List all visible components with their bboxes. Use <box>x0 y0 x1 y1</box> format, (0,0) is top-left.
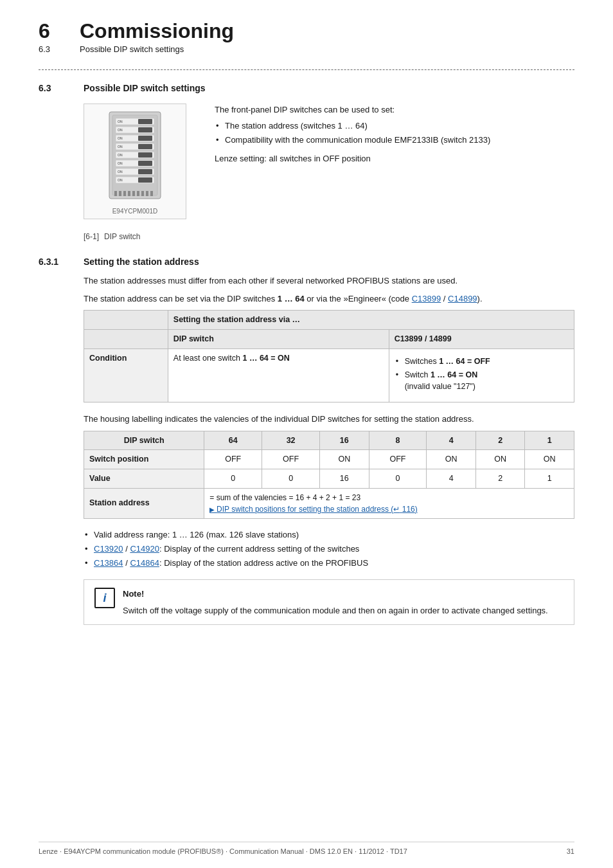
table1-bullet-2: Switch 1 … 64 = ON(invalid value "127") <box>395 370 569 392</box>
svg-rect-23 <box>138 152 152 158</box>
chapter-name: Commissioning <box>80 19 234 43</box>
value-row: Value 0 0 16 0 4 2 1 <box>84 469 574 489</box>
station-formula: = sum of the valencies = 16 + 4 + 2 + 1 … <box>209 492 569 503</box>
station-address-link-page: 116 <box>402 505 415 514</box>
valency-table: DIP switch 64 32 16 8 4 2 1 Switch posit… <box>84 431 574 519</box>
para-2-switches: 1 … 64 <box>278 294 305 303</box>
section-6-3-title: Possible DIP switch settings <box>84 83 206 93</box>
valency-header-row: DIP switch 64 32 16 8 4 2 1 <box>84 431 574 450</box>
page-footer: Lenze · E94AYCPM communication module (P… <box>39 842 574 855</box>
svg-text:ON: ON <box>118 161 123 165</box>
valency-col-dip: DIP switch <box>84 431 204 450</box>
svg-text:ON: ON <box>118 136 123 140</box>
bullet2-2: C13920 / C14920: Display of the current … <box>84 543 574 555</box>
svg-text:ON: ON <box>118 128 123 132</box>
page-header: 6 Commissioning 6.3 Possible DIP switch … <box>39 19 574 60</box>
section-6-3: 6.3 Possible DIP switch settings <box>39 83 574 241</box>
station-address-link-text: DIP switch positions for setting the sta… <box>217 505 389 514</box>
chapter-number: 6 <box>39 19 64 43</box>
valency-col-32: 32 <box>262 431 320 450</box>
station-address-value: = sum of the valencies = 16 + 4 + 2 + 1 … <box>204 488 574 518</box>
link-c13864[interactable]: C13864 <box>94 558 123 568</box>
station-address-row: Station address = sum of the valencies =… <box>84 488 574 518</box>
sp-16: ON <box>320 450 369 469</box>
val-8: 0 <box>369 469 427 489</box>
bullet2-3-after: : Display of the station address active … <box>159 558 368 568</box>
sub-section-number: 6.3 <box>39 44 64 54</box>
value-label: Value <box>84 469 204 489</box>
bullet2-1: Valid address range: 1 … 126 (max. 126 s… <box>84 529 574 541</box>
bullet2-2-after: : Display of the current address setting… <box>159 544 359 554</box>
svg-text:ON: ON <box>118 145 123 149</box>
sp-8: OFF <box>369 450 427 469</box>
svg-rect-6 <box>132 191 135 196</box>
bullet2-3: C13864 / C14864: Display of the station … <box>84 557 574 569</box>
para-3: The housing labelling indicates the vale… <box>84 413 574 426</box>
table1-bold: 1 … 64 = ON <box>243 354 290 363</box>
val-64: 0 <box>204 469 262 489</box>
bullet2-2-slash: / <box>123 544 130 554</box>
table1-row-val1: At least one switch 1 … 64 = ON <box>168 348 389 402</box>
image-caption: E94YCPM001D <box>112 208 158 215</box>
figure-label-number: [6-1] <box>84 232 99 241</box>
table1-val1-text: At least one switch 1 … 64 = ON <box>173 354 290 363</box>
table1-empty-header <box>84 311 168 330</box>
table1-row-val2: Switches 1 … 64 = OFF Switch 1 … 64 = ON… <box>389 348 574 402</box>
section-6-3-1: 6.3.1 Setting the station address The st… <box>39 257 574 625</box>
footer-left: Lenze · E94AYCPM communication module (P… <box>39 847 407 855</box>
note-box: i Note! Switch off the voltage supply of… <box>84 579 574 625</box>
para-3-after: address. <box>442 414 474 424</box>
dip-switch-svg: ON ON ON ON ON ON ON ON <box>103 109 167 205</box>
figure-label-desc: DIP switch <box>104 232 140 241</box>
section-6-3-number: 6.3 <box>39 83 71 93</box>
intro-text-block: The front-panel DIP switches can be used… <box>215 104 574 219</box>
val-16: 16 <box>320 469 369 489</box>
sp-2: ON <box>475 450 524 469</box>
sub-section-title: Possible DIP switch settings <box>80 44 184 54</box>
para-2-before: The station address can be set via the D… <box>84 294 278 303</box>
b1: 1 … 64 = OFF <box>439 357 490 366</box>
bullet-1: The station address (switches 1 … 64) <box>215 120 574 132</box>
para-2-middle: or via the »Engineer« (code <box>305 294 412 303</box>
link-c13920[interactable]: C13920 <box>94 544 123 554</box>
subsection-number: 6.3.1 <box>39 257 71 267</box>
para-3-before: The housing labelling indicates the vale… <box>84 414 440 424</box>
link-c14899[interactable]: C14899 <box>448 294 477 303</box>
section-heading-6-3: 6.3 Possible DIP switch settings <box>39 83 574 93</box>
para-2-slash: / <box>441 294 448 303</box>
svg-rect-19 <box>138 119 152 124</box>
val-2: 2 <box>475 469 524 489</box>
link-c13899[interactable]: C13899 <box>412 294 441 303</box>
subsection-title: Setting the station address <box>84 257 199 267</box>
svg-text:ON: ON <box>118 153 123 157</box>
valency-col-2: 2 <box>475 431 524 450</box>
svg-rect-8 <box>141 191 144 196</box>
para-2: The station address can be set via the D… <box>84 293 574 305</box>
link-c14920[interactable]: C14920 <box>130 544 159 554</box>
svg-rect-3 <box>119 191 121 196</box>
valency-col-8: 8 <box>369 431 427 450</box>
page: 6 Commissioning 6.3 Possible DIP switch … <box>0 0 613 868</box>
valency-col-16: 16 <box>320 431 369 450</box>
bullet-list-2: Valid address range: 1 … 126 (max. 126 s… <box>84 529 574 570</box>
figure-label: [6-1] DIP switch <box>84 232 574 241</box>
intro-bullet-list: The station address (switches 1 … 64) Co… <box>215 120 574 146</box>
dip-image: ON ON ON ON ON ON ON ON E94YCPM001D <box>84 104 186 219</box>
note-text: Switch off the voltage supply of the com… <box>123 604 548 617</box>
svg-text:ON: ON <box>118 178 123 182</box>
footer-right: 31 <box>567 847 574 855</box>
table1-bullet-1: Switches 1 … 64 = OFF <box>395 356 569 368</box>
sp-4: ON <box>427 450 475 469</box>
svg-text:ON: ON <box>118 170 123 174</box>
note-content: Note! Switch off the voltage supply of t… <box>123 588 548 617</box>
valency-col-1: 1 <box>525 431 574 450</box>
station-address-link[interactable]: DIP switch positions for setting the sta… <box>209 505 417 514</box>
table1-row-condition: Condition At least one switch 1 … 64 = O… <box>84 348 574 402</box>
svg-rect-2 <box>114 191 117 196</box>
sub-header-row: 6.3 Possible DIP switch settings <box>39 44 574 54</box>
note-title: Note! <box>123 588 548 601</box>
valency-col-4: 4 <box>427 431 475 450</box>
link-c14864[interactable]: C14864 <box>130 558 159 568</box>
sp-32: OFF <box>262 450 320 469</box>
table1-col1-header: DIP switch <box>168 329 389 348</box>
